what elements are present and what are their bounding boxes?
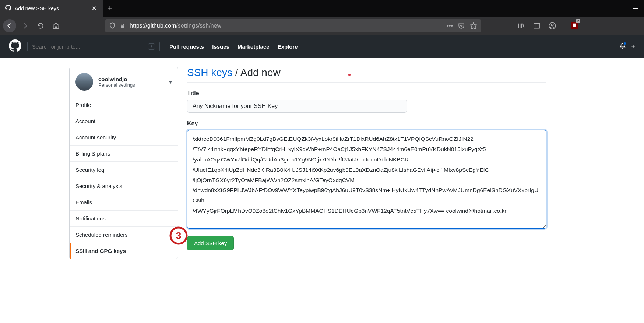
svg-point-4: [551, 24, 553, 26]
svg-rect-2: [534, 23, 540, 28]
sidebar-item-security-log[interactable]: Security log: [70, 162, 178, 178]
sidebar-item-billing[interactable]: Billing & plans: [70, 146, 178, 162]
slash-shortcut-icon: /: [148, 43, 155, 50]
sidebar-item-emails[interactable]: Emails: [70, 194, 178, 211]
sidebar-subtitle: Personal settings: [98, 82, 164, 88]
minimize-window-button[interactable]: [627, 0, 644, 17]
library-icon[interactable]: [516, 21, 527, 31]
page-title: SSH keys / Add new: [187, 67, 546, 83]
nav-explore[interactable]: Explore: [278, 44, 298, 50]
sidebar-item-notifications[interactable]: Notifications: [70, 211, 178, 227]
home-button[interactable]: [49, 19, 63, 32]
back-button[interactable]: [3, 19, 16, 32]
sidebar-item-account-security[interactable]: Account security: [70, 129, 178, 146]
sidebar-item-ssh-gpg[interactable]: SSH and GPG keys: [70, 243, 178, 259]
notifications-bell-icon[interactable]: [619, 42, 626, 51]
url-bar[interactable]: https://github.com/settings/ssh/new •••: [105, 19, 481, 32]
nav-issues[interactable]: Issues: [212, 44, 229, 50]
bookmark-star-icon[interactable]: [470, 22, 477, 29]
lock-icon[interactable]: [120, 23, 125, 28]
main-content: SSH keys / Add new Title Key 3 Add SSH k…: [187, 67, 555, 259]
add-menu-icon[interactable]: +: [631, 43, 635, 51]
nav-marketplace[interactable]: Marketplace: [237, 44, 270, 50]
title-input[interactable]: [187, 100, 407, 113]
browser-tab-active[interactable]: Add new SSH keys ✕: [0, 0, 103, 17]
sidebar-item-scheduled-reminders[interactable]: Scheduled reminders: [70, 227, 178, 243]
sidebar-user-toggle[interactable]: coolwindjo Personal settings ▾: [70, 67, 178, 97]
nav-pull-requests[interactable]: Pull requests: [169, 44, 204, 50]
annotation-dot: [348, 74, 351, 76]
tab-title: Add new SSH keys: [15, 6, 87, 11]
browser-toolbar: https://github.com/settings/ssh/new ••• …: [0, 17, 644, 35]
new-tab-button[interactable]: +: [103, 0, 117, 17]
breadcrumb-current: Add new: [240, 67, 281, 78]
breadcrumb-link[interactable]: SSH keys: [187, 67, 232, 78]
search-input[interactable]: [32, 44, 148, 50]
github-nav: Pull requests Issues Marketplace Explore: [169, 44, 298, 50]
browser-tab-strip: Add new SSH keys ✕ +: [0, 0, 644, 17]
github-favicon-icon: [5, 5, 11, 12]
close-tab-button[interactable]: ✕: [90, 3, 98, 13]
page-actions-icon[interactable]: •••: [447, 22, 453, 29]
sidebar-item-profile[interactable]: Profile: [70, 97, 178, 113]
settings-sidebar: coolwindjo Personal settings ▾ Profile A…: [69, 67, 178, 259]
key-textarea[interactable]: [187, 130, 546, 229]
tracking-shield-icon[interactable]: [109, 22, 116, 29]
notification-dot: [623, 42, 627, 45]
reload-button[interactable]: [34, 19, 47, 32]
add-ssh-key-button[interactable]: Add SSH key: [187, 236, 234, 250]
sidebar-toggle-icon[interactable]: [532, 21, 542, 31]
forward-button[interactable]: [18, 19, 32, 32]
avatar: [75, 73, 93, 91]
chevron-down-icon: ▾: [169, 79, 172, 86]
title-label: Title: [187, 90, 546, 97]
account-icon[interactable]: [547, 21, 557, 31]
github-search[interactable]: /: [27, 41, 160, 52]
ublock-icon[interactable]: ⛊2: [569, 21, 580, 31]
github-logo-icon[interactable]: [9, 39, 21, 53]
sidebar-username: coolwindjo: [98, 76, 164, 82]
svg-rect-0: [633, 8, 638, 9]
svg-rect-1: [121, 25, 124, 28]
sidebar-item-account[interactable]: Account: [70, 113, 178, 129]
pocket-icon[interactable]: [458, 22, 465, 29]
key-label: Key: [187, 120, 546, 127]
url-text: https://github.com/settings/ssh/new: [130, 22, 442, 29]
sidebar-item-security-analysis[interactable]: Security & analysis: [70, 178, 178, 194]
github-header: / Pull requests Issues Marketplace Explo…: [0, 35, 644, 58]
